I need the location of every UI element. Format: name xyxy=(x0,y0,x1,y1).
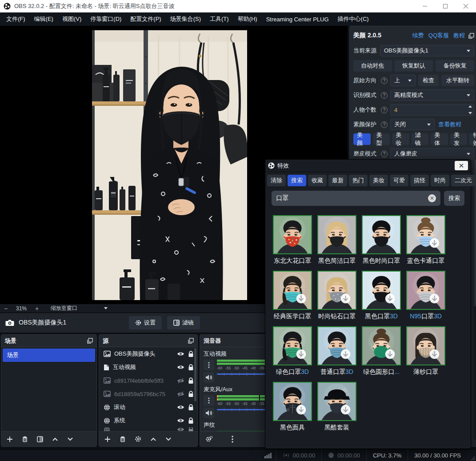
lock-icon[interactable] xyxy=(188,427,194,431)
effect-thumbnail[interactable] xyxy=(406,271,445,310)
resize-grip[interactable] xyxy=(470,449,476,461)
effect-thumbnail[interactable] xyxy=(406,215,445,254)
effects-tab-clear[interactable]: 清除 xyxy=(267,175,286,186)
source-row[interactable]: 系统 xyxy=(99,414,197,427)
beauty-tab-body[interactable]: 美体 xyxy=(431,133,448,145)
source-properties-button[interactable] xyxy=(135,436,141,442)
popout-icon[interactable] xyxy=(87,338,93,344)
menu-item-streaming-center[interactable]: Streaming Center PLUG xyxy=(262,12,333,26)
menu-item-help[interactable]: 帮助(H) xyxy=(233,12,262,26)
move-scene-down-button[interactable] xyxy=(67,437,73,441)
source-row[interactable]: c8917f4ebbfbfe5ff3 xyxy=(99,374,197,387)
zoom-out-button[interactable]: − xyxy=(0,305,12,312)
search-button[interactable]: 搜索 xyxy=(444,191,464,206)
popout-icon[interactable] xyxy=(468,33,474,39)
advanced-audio-icon[interactable] xyxy=(205,436,213,442)
effect-thumbnail[interactable] xyxy=(362,326,401,365)
effects-tab-anime[interactable]: 二次元 xyxy=(451,175,476,186)
source-filters-button[interactable]: 滤镜 xyxy=(167,316,200,329)
visibility-eye-icon[interactable] xyxy=(177,405,184,410)
effects-tab-funny[interactable]: 搞怪 xyxy=(410,175,429,186)
help-icon[interactable]: ? xyxy=(381,92,388,99)
beauty-tab-effects[interactable]: 特效 xyxy=(469,133,476,145)
source-row[interactable]: 互动视频 xyxy=(99,361,197,374)
visibility-eye-icon[interactable] xyxy=(177,365,184,370)
lock-icon[interactable] xyxy=(188,417,194,424)
restore-defaults-button[interactable]: 恢复默认 xyxy=(395,60,433,72)
channel-menu-icon[interactable] xyxy=(204,360,214,370)
effect-thumbnail[interactable] xyxy=(273,271,312,310)
renew-link[interactable]: 续费 xyxy=(412,32,424,40)
channel-menu-icon[interactable] xyxy=(204,395,214,406)
visibility-eye-icon[interactable] xyxy=(177,351,184,357)
visibility-eye-icon[interactable] xyxy=(177,427,184,431)
detect-mode-select[interactable]: 高精度模式 xyxy=(390,89,474,101)
menu-item-plugin-center[interactable]: 插件中心(C) xyxy=(333,12,373,26)
remove-scene-button[interactable] xyxy=(22,436,28,442)
close-icon[interactable]: ✕ xyxy=(455,161,468,170)
zoom-in-button[interactable]: + xyxy=(31,305,43,312)
clear-search-icon[interactable]: ✕ xyxy=(428,194,436,202)
qq-support-link[interactable]: QQ客服 xyxy=(428,32,449,40)
effect-thumbnail[interactable] xyxy=(406,326,445,365)
smooth-mode-select[interactable]: 人像磨皮 xyxy=(390,148,474,160)
orientation-select[interactable]: 上 xyxy=(390,75,416,86)
speaker-icon[interactable] xyxy=(204,408,214,418)
help-icon[interactable]: ? xyxy=(381,121,388,128)
effect-thumbnail[interactable] xyxy=(317,215,356,254)
beauty-scrollbar[interactable] xyxy=(474,160,476,440)
close-button[interactable] xyxy=(456,0,476,12)
effect-thumbnail[interactable] xyxy=(362,215,401,254)
effects-search-input[interactable]: 口罩 ✕ xyxy=(272,191,440,206)
maximize-button[interactable] xyxy=(435,0,456,12)
visibility-eye-icon[interactable] xyxy=(177,418,184,423)
popout-icon[interactable] xyxy=(188,338,194,344)
effect-thumbnail[interactable] xyxy=(362,271,401,310)
add-source-button[interactable] xyxy=(104,436,111,442)
effect-thumbnail[interactable] xyxy=(317,326,356,365)
effects-tab-hot[interactable]: 热门 xyxy=(349,175,368,186)
beauty-tab-filter[interactable]: 滤镜 xyxy=(412,133,429,145)
mixer-menu-icon[interactable] xyxy=(232,436,233,443)
effects-tab-cute[interactable]: 可爱 xyxy=(390,175,408,186)
effect-thumbnail[interactable] xyxy=(273,326,312,365)
source-row[interactable] xyxy=(99,427,197,431)
speaker-icon[interactable] xyxy=(204,372,214,383)
lock-icon[interactable] xyxy=(188,391,194,397)
lock-icon[interactable] xyxy=(188,377,194,384)
beauty-tab-shape[interactable]: 美型 xyxy=(373,133,390,145)
source-settings-button[interactable]: 设置 xyxy=(129,316,162,329)
autofocus-button[interactable]: 自动对焦 xyxy=(353,60,392,72)
remove-source-button[interactable] xyxy=(120,436,126,442)
effects-tab-newest[interactable]: 最新 xyxy=(328,175,347,186)
lock-icon[interactable] xyxy=(188,351,194,357)
beauty-tab-hair[interactable]: 美发 xyxy=(450,133,468,145)
menu-item-scene-collection[interactable]: 场景集合(S) xyxy=(166,12,205,26)
scene-row[interactable]: 场景 xyxy=(3,349,95,362)
help-icon[interactable]: ? xyxy=(381,107,388,113)
lock-icon[interactable] xyxy=(188,364,194,371)
beauty-tab-beauty[interactable]: 美颜 xyxy=(353,133,371,145)
move-source-down-button[interactable] xyxy=(165,437,172,441)
move-scene-up-button[interactable] xyxy=(52,437,58,441)
person-count-stepper[interactable]: 4 xyxy=(390,104,474,116)
effects-tab-favorites[interactable]: 收藏 xyxy=(308,175,327,186)
effects-tab-makeup[interactable]: 美妆 xyxy=(369,175,388,186)
menu-item-tools[interactable]: 工具(T) xyxy=(205,12,233,26)
menu-item-file[interactable]: 文件(F) xyxy=(2,12,30,26)
effect-thumbnail[interactable] xyxy=(317,382,356,421)
source-row[interactable]: 滚动 xyxy=(99,401,197,414)
tutorial-link[interactable]: 教程 xyxy=(453,32,465,40)
minimize-button[interactable] xyxy=(415,0,435,12)
bare-face-protect-select[interactable]: 关闭 xyxy=(390,119,435,130)
effect-thumbnail[interactable] xyxy=(317,271,356,310)
menu-item-profile[interactable]: 配置文件(P) xyxy=(126,12,165,26)
visibility-eye-off-icon[interactable] xyxy=(177,391,184,397)
menu-item-view[interactable]: 视图(V) xyxy=(58,12,86,26)
effect-thumbnail[interactable] xyxy=(273,382,312,421)
effects-tab-fashion[interactable]: 时尚 xyxy=(431,175,449,186)
move-source-up-button[interactable] xyxy=(150,437,156,441)
help-icon[interactable]: ? xyxy=(381,151,388,157)
scene-filters-button[interactable] xyxy=(37,436,43,442)
source-row[interactable]: OBS美颜摄像头 xyxy=(99,347,197,361)
